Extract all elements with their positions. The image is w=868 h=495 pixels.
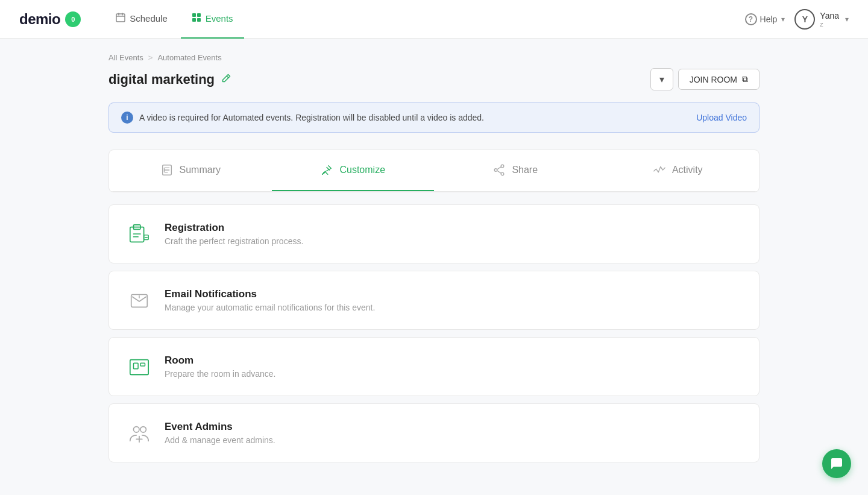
- nav-links: Schedule Events: [105, 0, 244, 39]
- user-chevron: ▾: [845, 15, 849, 24]
- activity-icon: [653, 163, 666, 177]
- upload-video-link[interactable]: Upload Video: [696, 113, 747, 122]
- user-sub: z: [820, 20, 839, 28]
- tab-customize[interactable]: Customize: [272, 150, 435, 191]
- svg-rect-6: [192, 18, 196, 22]
- event-admins-desc: Add & manage event admins.: [165, 435, 741, 445]
- room-desc: Prepare the room in advance.: [165, 369, 741, 379]
- schedule-label: Schedule: [130, 13, 168, 24]
- svg-rect-7: [197, 18, 201, 22]
- events-icon: [192, 13, 201, 24]
- event-admins-icon: [127, 421, 151, 445]
- registration-desc: Craft the perfect registration process.: [165, 236, 741, 246]
- svg-rect-29: [134, 363, 139, 369]
- email-notifications-desc: Manage your automatic email notification…: [165, 303, 741, 312]
- page-title-row: digital marketing: [108, 72, 231, 87]
- logo-badge: 0: [65, 11, 81, 27]
- logo[interactable]: demio 0: [19, 11, 81, 28]
- alert-content: i A video is required for Automated even…: [121, 112, 484, 124]
- customize-icon: [320, 163, 333, 177]
- email-notifications-title: Email Notifications: [165, 288, 741, 300]
- tab-share-label: Share: [512, 165, 538, 175]
- user-name: Yana: [820, 11, 839, 20]
- edit-icon[interactable]: [221, 73, 231, 86]
- email-notifications-card[interactable]: Email Notifications Manage your automati…: [108, 271, 760, 330]
- page-content: All Events > Automated Events digital ma…: [84, 39, 784, 487]
- events-label: Events: [206, 13, 233, 24]
- tabs-container: Summary Customize: [108, 150, 760, 192]
- dropdown-toggle-button[interactable]: ▾: [650, 68, 673, 90]
- share-icon: [492, 163, 506, 177]
- tab-summary[interactable]: Summary: [109, 150, 272, 191]
- join-room-button[interactable]: JOIN ROOM ⧉: [678, 69, 760, 90]
- svg-rect-28: [130, 360, 148, 375]
- registration-title: Registration: [165, 222, 741, 234]
- nav-events[interactable]: Events: [181, 0, 244, 39]
- alert-banner: i A video is required for Automated even…: [108, 102, 760, 133]
- svg-rect-0: [116, 14, 125, 22]
- svg-point-33: [140, 427, 146, 433]
- chat-widget[interactable]: [822, 449, 851, 478]
- avatar: Y: [794, 9, 815, 30]
- svg-line-8: [227, 76, 228, 78]
- svg-point-14: [323, 172, 325, 174]
- event-admins-title: Event Admins: [165, 421, 741, 433]
- svg-point-16: [495, 169, 498, 172]
- content-cards: Registration Craft the perfect registrat…: [108, 204, 760, 462]
- breadcrumb-separator: >: [148, 53, 153, 62]
- svg-point-15: [502, 165, 505, 168]
- registration-info: Registration Craft the perfect registrat…: [165, 222, 741, 246]
- join-room-icon: ⧉: [742, 74, 748, 84]
- navbar: demio 0 Schedule: [0, 0, 868, 39]
- tab-summary-label: Summary: [180, 165, 221, 175]
- breadcrumb-current: Automated Events: [157, 53, 221, 62]
- room-icon: [127, 355, 151, 379]
- join-room-label: JOIN ROOM: [690, 75, 737, 84]
- alert-text: A video is required for Automated events…: [139, 113, 484, 122]
- room-card[interactable]: Room Prepare the room in advance.: [108, 337, 760, 396]
- tab-activity-label: Activity: [672, 165, 703, 175]
- page-title: digital marketing: [108, 72, 215, 87]
- breadcrumb: All Events > Automated Events: [108, 53, 760, 62]
- registration-icon: [127, 222, 151, 246]
- user-info: Yana z: [820, 11, 839, 28]
- schedule-icon: [116, 13, 125, 24]
- svg-rect-5: [197, 13, 201, 17]
- svg-rect-30: [140, 363, 145, 366]
- user-menu[interactable]: Y Yana z ▾: [794, 9, 849, 30]
- help-label: Help: [760, 14, 778, 24]
- summary-icon: [160, 163, 174, 177]
- email-notifications-info: Email Notifications Manage your automati…: [165, 288, 741, 312]
- help-chevron: ▾: [781, 15, 785, 24]
- event-admins-card[interactable]: Event Admins Add & manage event admins.: [108, 403, 760, 462]
- alert-info-icon: i: [121, 112, 133, 124]
- tabs: Summary Customize: [109, 150, 759, 192]
- help-icon: ?: [745, 13, 757, 25]
- help-button[interactable]: ? Help ▾: [745, 13, 785, 25]
- svg-line-18: [497, 167, 502, 169]
- svg-line-19: [497, 171, 502, 173]
- registration-card[interactable]: Registration Craft the perfect registrat…: [108, 204, 760, 263]
- nav-right: ? Help ▾ Y Yana z ▾: [745, 9, 849, 30]
- header-actions: ▾ JOIN ROOM ⧉: [650, 68, 760, 90]
- breadcrumb-all-events[interactable]: All Events: [108, 53, 143, 62]
- tab-customize-label: Customize: [339, 165, 385, 175]
- room-info: Room Prepare the room in advance.: [165, 355, 741, 379]
- svg-point-32: [134, 427, 140, 433]
- svg-rect-4: [192, 13, 196, 17]
- tab-share[interactable]: Share: [434, 150, 597, 191]
- room-title: Room: [165, 355, 741, 367]
- email-notifications-icon: [127, 288, 151, 312]
- page-header: digital marketing ▾ JOIN ROOM ⧉: [108, 68, 760, 90]
- chat-icon: [829, 456, 844, 471]
- nav-schedule[interactable]: Schedule: [105, 0, 178, 39]
- svg-point-17: [502, 172, 505, 175]
- event-admins-info: Event Admins Add & manage event admins.: [165, 421, 741, 445]
- logo-text: demio: [19, 11, 60, 28]
- tab-activity[interactable]: Activity: [597, 150, 760, 191]
